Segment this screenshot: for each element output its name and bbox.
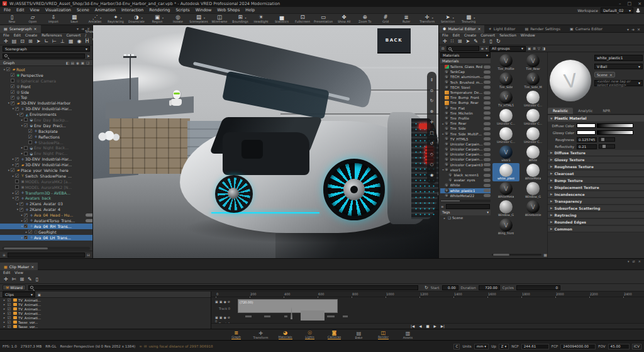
roughness-input[interactable]: 0.125745	[577, 137, 597, 142]
toolbar-button[interactable]: ⇩ Import	[44, 14, 63, 23]
visibility-checkbox[interactable]: ✓	[11, 90, 14, 94]
visibility-checkbox[interactable]: ✓	[28, 135, 32, 139]
panel-control-icon[interactable]: ▾	[628, 259, 630, 263]
visibility-checkbox[interactable]: ✓	[11, 79, 14, 82]
tags-header[interactable]: Tags▾	[440, 210, 491, 215]
panel-menu-item[interactable]: References	[42, 33, 62, 37]
visibility-checkbox[interactable]: ✓	[24, 118, 28, 122]
material-row[interactable]: Unicolor Carpaint_w	[440, 157, 491, 162]
clip-row[interactable]: ▸ ✓ TV_Animati...	[0, 307, 211, 311]
material-thumbnail[interactable]: Tire_Profile	[492, 54, 519, 72]
expand-arrow-icon[interactable]: ▸	[3, 316, 6, 319]
viewport-nav-icon[interactable]: ◇	[430, 152, 433, 157]
material-row[interactable]: avatar_eyes	[440, 178, 491, 183]
menu-item[interactable]: Rendering	[149, 8, 170, 13]
roughness-slider[interactable]	[599, 137, 615, 142]
reflectivity-input[interactable]: 0.21	[577, 144, 597, 149]
scenegraph-tool-icon[interactable]: ⊞	[28, 38, 33, 44]
viewport-nav-icon[interactable]: ✛	[430, 120, 433, 125]
track-state-icon[interactable]: ▣	[219, 300, 223, 304]
tree-row[interactable]: ✓ Spherical_Camera	[0, 78, 92, 84]
collapsed-section-header[interactable]: ▶ Subsurface Scattering	[548, 205, 644, 212]
material-tool-icon[interactable]: ⇩	[482, 38, 486, 44]
viewport-nav-icon[interactable]: ↻	[430, 99, 433, 103]
clip-row[interactable]: ▸ ✓ TV_Animati...	[0, 315, 211, 320]
link-icon[interactable]: ∞	[139, 344, 142, 348]
panel-control-icon[interactable]: ✕	[637, 27, 640, 31]
collapsed-section-header[interactable]: ▶ Rounded Edges	[548, 219, 644, 225]
menu-item[interactable]: Help	[245, 8, 255, 13]
toolbar-button[interactable]: ▱ Open	[23, 14, 42, 23]
module-button[interactable]: ▥ Assets	[399, 331, 418, 339]
material-thumbnail[interactable]: TV_HTML5	[492, 90, 519, 108]
panel-menu-item[interactable]: Create	[464, 33, 476, 37]
playback-button[interactable]: ◀	[419, 324, 421, 328]
tree-row[interactable]: ✓ MODEL_AuroraMK2 [N...	[0, 185, 92, 190]
visibility-checkbox[interactable]: ✓	[24, 236, 28, 239]
menu-item[interactable]: Window	[196, 8, 212, 13]
clip-checkbox[interactable]: ✓	[8, 312, 11, 315]
menu-item[interactable]: Animation	[95, 8, 116, 13]
clip-tool-icon[interactable]: ✛	[4, 276, 8, 282]
panel-menu-item[interactable]: Edit	[453, 33, 460, 37]
material-search-input[interactable]	[447, 46, 479, 51]
tab-close-icon[interactable]: ×	[477, 26, 480, 31]
pick-cursor-icon[interactable]: ➤	[87, 54, 90, 58]
tree-row[interactable]: ▾ ✓ Environments	[0, 111, 92, 117]
visibility-checkbox[interactable]: ✓	[24, 213, 28, 217]
graph-header-icon[interactable]: ❏	[86, 61, 89, 65]
toolbar-button[interactable]: ⊡ Fullscreen	[293, 14, 312, 23]
visibility-checkbox[interactable]: ✓	[19, 113, 23, 116]
material-row[interactable]: Unicolor Carpaint3	[440, 162, 491, 167]
menu-item[interactable]: Web Shops	[217, 8, 240, 13]
clip-tool-icon[interactable]: ✎	[28, 276, 32, 282]
panel-menu-item[interactable]: Convert	[480, 33, 495, 37]
shading-mode-tab[interactable]: Realistic	[548, 108, 573, 114]
shading-mode-tab[interactable]: Analytic	[573, 108, 597, 114]
panel-control-icon[interactable]: ➜	[81, 26, 84, 31]
material-row[interactable]: TankCap	[440, 69, 491, 74]
material-thumbnail[interactable]: WhiteMeta	[519, 163, 547, 181]
menu-item[interactable]: Scripts	[175, 8, 189, 13]
wizard-button[interactable]: ⚒Wizard	[3, 285, 26, 290]
scenegraph-tool-icon[interactable]: ✛	[4, 38, 8, 44]
tree-row[interactable]: ▾ ✓ 3D-ENV_Industrial-Harbor	[0, 100, 92, 106]
collapse-all-icon[interactable]: ⊟	[441, 47, 445, 50]
material-row[interactable]: Tire_Michelin	[440, 111, 491, 116]
tree-row[interactable]: ▾ ✓ Ava_04_RH_Trans...	[0, 224, 92, 229]
menu-item[interactable]: Edit	[16, 8, 25, 13]
visibility-checkbox[interactable]: ✓	[15, 196, 19, 200]
scenegraph-tool-icon[interactable]: ▦	[69, 38, 74, 44]
menu-item[interactable]: Interaction	[121, 8, 143, 13]
tree-row[interactable]: ▸ ✓ Avatar4Torso_Trans...	[0, 218, 92, 224]
tree-row[interactable]: ▸ ✓ Switch_ShadowPlane_...	[0, 173, 92, 179]
filter-menu-icon[interactable]: ≡	[3, 253, 6, 257]
viewport-nav-icon[interactable]: ◉	[430, 173, 434, 178]
module-button[interactable]: ≣ Graph	[227, 330, 246, 340]
material-row[interactable]: TECH_aluminium_m	[440, 74, 491, 79]
visibility-checkbox[interactable]: ✓	[15, 163, 19, 167]
viewport-nav-icon[interactable]: ⇕	[430, 78, 433, 82]
clip-row[interactable]: ▸ ✓ Tasse_vor...	[0, 324, 211, 329]
preview-shape-select[interactable]: V-Ball▾	[594, 64, 643, 69]
material-thumbnail[interactable]: Tire_Side_M	[519, 72, 547, 90]
material-row[interactable]: Tech_Brushed_metal	[440, 80, 491, 85]
playback-button[interactable]: |◀	[411, 324, 414, 328]
shading-mode-tab[interactable]: NPR	[598, 108, 616, 114]
horizontal-scrollbar[interactable]	[440, 200, 491, 202]
scenegraph-tool-icon[interactable]: ⊡	[20, 38, 25, 44]
maximize-button[interactable]: □	[628, 1, 632, 6]
toolbar-button[interactable]: ▩ Texturing	[459, 14, 478, 23]
material-row[interactable]: ▾ visor1	[440, 167, 491, 173]
clip-checkbox[interactable]: ✓	[8, 325, 11, 328]
panel-control-icon[interactable]: ▾	[627, 27, 629, 31]
graph-header-icon[interactable]: ▤	[71, 61, 74, 65]
material-row[interactable]: Tire_Profile	[440, 116, 491, 121]
tag-input[interactable]: <enter new tag or select existing>▾	[594, 80, 643, 86]
clip-checkbox[interactable]: ✓	[8, 307, 11, 310]
clip-row[interactable]: ▸ ✓ TV_Animati...	[0, 302, 211, 307]
expand-arrow-icon[interactable]: ▸	[3, 303, 6, 306]
filter-icon[interactable]: ◨	[542, 47, 545, 50]
material-tool-icon[interactable]: ∷	[451, 38, 454, 44]
toolbar-button[interactable]: ◎ Isolate	[169, 14, 187, 23]
